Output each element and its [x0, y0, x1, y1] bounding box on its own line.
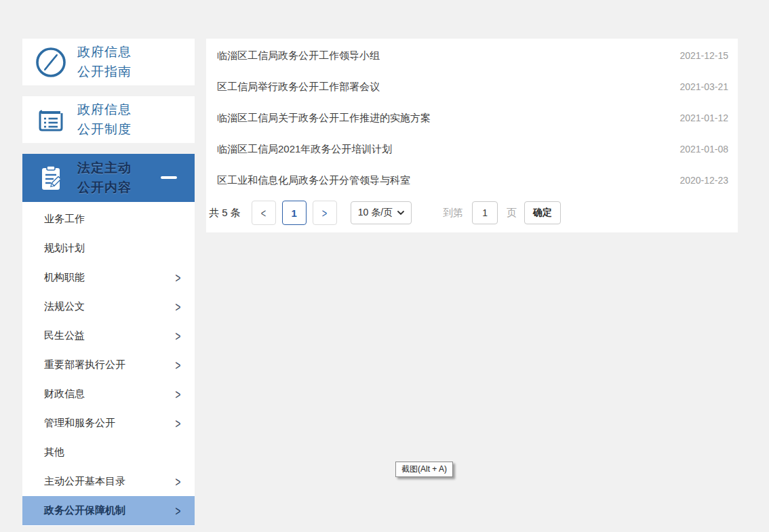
goto-prefix-label: 到第: [443, 207, 463, 220]
sidebar-item-label: 规划计划: [44, 242, 85, 255]
article-date: 2021-12-15: [679, 50, 728, 61]
sidebar-item-label: 政府信息 公开制度: [77, 100, 132, 139]
page-size-label: 10 条/页: [358, 207, 393, 219]
sidebar-item-label: 业务工作: [44, 213, 85, 226]
article-link[interactable]: 区工信局举行政务公开工作部署会议: [217, 81, 380, 94]
article-list-panel: 临淄区工信局政务公开工作领导小组2021-12-15区工信局举行政务公开工作部署…: [206, 39, 738, 232]
screenshot-tooltip: 截图(Alt + A): [395, 462, 453, 477]
sidebar-item-gov-info-guide[interactable]: 政府信息 公开指南: [22, 39, 195, 85]
goto-page-input[interactable]: [472, 201, 498, 224]
book-icon: [33, 102, 69, 138]
prev-page-button[interactable]: <: [252, 201, 276, 225]
sidebar-submenu: 业务工作规划计划机构职能>法规公文>民生公益>重要部署执行公开>财政信息>管理和…: [22, 202, 195, 526]
chevron-right-icon: >: [176, 328, 181, 344]
sidebar-item-label: 其他: [44, 446, 64, 459]
sidebar-item-label: 政务公开保障机制: [44, 504, 125, 517]
sidebar-item-label: 政府信息 公开指南: [77, 43, 132, 81]
article-date: 2021-01-12: [679, 112, 728, 123]
article-date: 2020-12-23: [679, 175, 728, 186]
chevron-right-icon: >: [176, 474, 181, 489]
goto-suffix-label: 页: [507, 207, 517, 220]
article-date: 2021-03-21: [679, 81, 728, 92]
next-page-button[interactable]: >: [313, 201, 337, 225]
sidebar-item[interactable]: 其他: [22, 438, 195, 467]
sidebar-item[interactable]: 管理和服务公开>: [22, 409, 195, 438]
sidebar-item-label: 机构职能: [44, 271, 85, 284]
chevron-right-icon: >: [176, 270, 181, 285]
list-item: 区工业和信息化局政务公开分管领导与科室2020-12-23: [206, 165, 738, 196]
article-link[interactable]: 临淄区工信局2021年政务公开培训计划: [217, 143, 392, 156]
chevron-left-icon: <: [261, 205, 266, 220]
sidebar-item-label: 民生公益: [44, 329, 85, 342]
sidebar-item[interactable]: 民生公益>: [22, 321, 195, 350]
chevron-right-icon: >: [176, 386, 181, 402]
list-item: 区工信局举行政务公开工作部署会议2021-03-21: [206, 71, 738, 102]
sidebar-item-label: 法规公文: [44, 300, 85, 313]
sidebar-item[interactable]: 规划计划: [22, 234, 195, 263]
article-date: 2021-01-08: [679, 144, 728, 155]
sidebar-item-label: 法定主动 公开内容: [77, 159, 132, 197]
list-item: 临淄区工信局关于政务公开工作推进的实施方案2021-01-12: [206, 102, 738, 134]
article-list: 临淄区工信局政务公开工作领导小组2021-12-15区工信局举行政务公开工作部署…: [206, 40, 738, 196]
sidebar-item[interactable]: 业务工作: [22, 205, 195, 234]
sidebar-item[interactable]: 政务公开保障机制>: [22, 496, 195, 525]
sidebar-item[interactable]: 机构职能>: [22, 263, 195, 292]
sidebar: 政府信息 公开指南 政府信息 公开制度: [22, 39, 195, 526]
article-link[interactable]: 临淄区工信局关于政务公开工作推进的实施方案: [217, 112, 431, 125]
list-item: 临淄区工信局2021年政务公开培训计划2021-01-08: [206, 134, 738, 165]
article-link[interactable]: 临淄区工信局政务公开工作领导小组: [217, 49, 380, 62]
sidebar-item-label: 财政信息: [44, 388, 85, 401]
chevron-right-icon: >: [176, 299, 181, 314]
chevron-right-icon: >: [176, 357, 181, 373]
sidebar-item[interactable]: 主动公开基本目录>: [22, 467, 195, 496]
page-size-select[interactable]: 10 条/页: [351, 201, 412, 224]
pagination: 共 5 条 < 1 > 10 条/页 到第 页 确定: [206, 199, 738, 226]
chevron-down-icon: [397, 211, 404, 215]
clipboard-pencil-icon: [33, 160, 69, 197]
chevron-right-icon: >: [176, 415, 181, 431]
sidebar-item[interactable]: 财政信息>: [22, 380, 195, 409]
total-count: 共 5 条: [209, 207, 241, 220]
page-number-button[interactable]: 1: [282, 201, 307, 225]
sidebar-item[interactable]: 法规公文>: [22, 292, 195, 321]
chevron-right-icon: >: [176, 503, 181, 518]
minus-icon: [161, 176, 177, 179]
chevron-right-icon: >: [322, 205, 327, 220]
screenshot-tooltip-label: 截图(Alt + A): [401, 464, 447, 475]
sidebar-item-label: 重要部署执行公开: [44, 359, 125, 371]
sidebar-item-label: 管理和服务公开: [44, 417, 115, 430]
sidebar-item[interactable]: 重要部署执行公开>: [22, 350, 195, 380]
compass-icon: [33, 44, 69, 81]
article-link[interactable]: 区工业和信息化局政务公开分管领导与科室: [217, 174, 410, 187]
sidebar-item-statutory-disclosure[interactable]: 法定主动 公开内容: [22, 154, 195, 202]
list-item: 临淄区工信局政务公开工作领导小组2021-12-15: [206, 40, 738, 71]
sidebar-item-gov-info-system[interactable]: 政府信息 公开制度: [22, 96, 195, 143]
confirm-button[interactable]: 确定: [524, 201, 561, 224]
sidebar-item-label: 主动公开基本目录: [44, 475, 125, 488]
